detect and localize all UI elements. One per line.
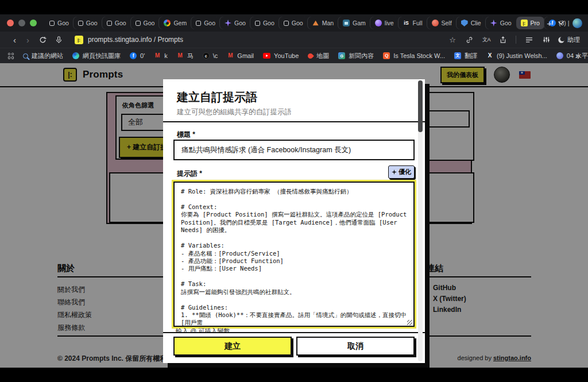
reddit-icon: [432, 20, 439, 26]
new-tab-button[interactable]: +: [541, 18, 558, 28]
is-logo-icon: iS: [403, 20, 410, 26]
bookmark-label: 马: [187, 52, 194, 60]
close-window-button[interactable]: [7, 20, 14, 26]
bookmark-item[interactable]: Q Is Tesla Stock W...: [383, 52, 445, 59]
tab-search-chevron-icon[interactable]: [558, 21, 564, 25]
browser-tab[interactable]: Goo: [220, 17, 250, 29]
gemini-sparkle-icon: [225, 20, 231, 26]
minimize-window-button[interactable]: [18, 20, 25, 26]
tab-label: Goo: [234, 20, 246, 26]
bookmarks-overflow-chevron[interactable]: »: [576, 52, 580, 60]
google-doc-icon: [136, 21, 141, 26]
google-doc-icon: [107, 21, 112, 26]
bookmark-item[interactable]: X (9) Justin Welsh...: [486, 52, 547, 59]
mountain-icon: [312, 20, 319, 26]
prompt-field-label: 提示語 *: [177, 169, 202, 179]
browser-tab[interactable]: Man: [308, 17, 338, 29]
bookmarks-bar: 建議的網站 網頁快訊圖庫 f 0' M k: [0, 48, 588, 63]
bookmark-item[interactable]: M k: [154, 52, 168, 59]
bookmark-item[interactable]: M Gmail: [227, 52, 254, 59]
tuner-extension-icon[interactable]: [539, 36, 555, 43]
browser-tab[interactable]: |: Pro: [516, 17, 544, 29]
bookmark-label: 翻譯: [465, 52, 477, 60]
google-doc-icon: [49, 21, 55, 26]
reading-list-icon[interactable]: [521, 37, 537, 43]
gmail-icon: M: [227, 52, 234, 59]
translate-icon: 文: [454, 52, 461, 59]
browser-profile-avatar[interactable]: [572, 18, 582, 28]
apps-grid-icon[interactable]: [8, 53, 14, 59]
title-input[interactable]: [173, 140, 415, 160]
create-submit-button[interactable]: 建立: [173, 337, 292, 356]
divider: [516, 36, 516, 44]
news-icon: G: [338, 52, 345, 59]
bookmark-label: \c: [213, 52, 218, 59]
bookmark-item[interactable]: YouTube: [263, 52, 299, 59]
textarea-resize-handle[interactable]: [407, 320, 412, 325]
tab-label: Goo: [204, 20, 215, 26]
browser-tab[interactable]: Goo: [486, 17, 516, 29]
window-controls: [7, 20, 37, 26]
tab-label: Goo: [86, 20, 98, 26]
modal-scrollbar-thumb[interactable]: [418, 80, 423, 132]
address-bar-actions: ☆ 文A 助理: [445, 36, 580, 44]
browser-tab[interactable]: live: [370, 17, 399, 29]
browser-window: Goo Goo Goo Goo: [0, 14, 588, 368]
tab-label: Goo: [57, 20, 69, 26]
bookmark-label: 建議的網站: [32, 52, 63, 60]
bookmark-item[interactable]: G 新聞內容: [338, 52, 374, 60]
share-icon[interactable]: [495, 36, 511, 44]
browser-tab[interactable]: Goo: [250, 17, 279, 29]
bookmark-item[interactable]: 文 翻譯: [454, 52, 477, 60]
bookmark-item[interactable]: 網頁快訊圖庫: [72, 52, 121, 60]
back-button[interactable]: ‹: [8, 35, 21, 45]
bookmark-star-icon[interactable]: ☆: [445, 36, 460, 44]
bookmark-item[interactable]: 建議的網站: [23, 52, 63, 60]
bookmark-label: Gmail: [237, 52, 254, 59]
prompts-favicon: |:: [521, 20, 528, 26]
assistant-extension[interactable]: 助理: [556, 36, 580, 44]
browser-tab[interactable]: Goo: [131, 17, 160, 29]
optimize-button[interactable]: 優化: [388, 165, 415, 179]
quora-icon: Q: [383, 52, 390, 59]
gemini-icon: [164, 20, 171, 26]
tab-label: Gem: [173, 20, 187, 26]
browser-tab[interactable]: Self: [427, 17, 457, 29]
modal-scrollbar-track[interactable]: [418, 80, 423, 361]
browser-tab[interactable]: Goo: [102, 17, 131, 29]
bookmark-item[interactable]: 04 水平思考 - 創...: [556, 52, 588, 60]
voice-search-icon[interactable]: [51, 36, 67, 44]
bookmark-item[interactable]: 地圖: [308, 52, 329, 60]
google-doc-icon: [196, 21, 201, 26]
tab-label: Goo: [115, 20, 126, 26]
browser-tab[interactable]: Goo: [191, 17, 220, 29]
browser-tab[interactable]: Clie: [457, 17, 486, 29]
edge-icon: [72, 52, 79, 59]
reload-button[interactable]: [34, 36, 51, 44]
copy-link-icon[interactable]: [461, 36, 478, 44]
bookmark-item[interactable]: c \c: [203, 52, 218, 59]
translate-page-icon[interactable]: 文A: [479, 36, 494, 44]
gmail-icon: M: [177, 52, 184, 59]
browser-tab[interactable]: Gam: [338, 17, 370, 29]
tab-label: Clie: [471, 20, 481, 26]
bookmark-item[interactable]: f 0': [130, 52, 145, 59]
bookmark-items: 建議的網站 網頁快訊圖庫 f 0' M k: [23, 48, 567, 63]
optimize-label: 優化: [399, 168, 411, 176]
browser-tab[interactable]: iS Full: [399, 17, 427, 29]
tab-strip-right: [558, 18, 582, 28]
bookmark-label: (9) Justin Welsh...: [497, 52, 547, 59]
bookmark-label: 地圖: [316, 52, 329, 60]
browser-tab[interactable]: Goo: [45, 17, 74, 29]
web-page: |: Prompts 我的儀表板 依角色篩選 全部 + 建立自訂提示語: [0, 63, 588, 368]
game-icon: [343, 20, 350, 26]
zoom-window-button[interactable]: [30, 20, 37, 26]
browser-tab[interactable]: Goo: [279, 17, 308, 29]
prompt-textarea[interactable]: # Role: 資深社群內容行銷專家 （擅長情感敘事與痛點行銷） # Conte…: [173, 182, 415, 327]
bookmark-item[interactable]: M 马: [177, 52, 194, 60]
forward-button[interactable]: ›: [21, 35, 34, 45]
browser-tab[interactable]: Goo: [74, 17, 102, 29]
cancel-button[interactable]: 取消: [296, 337, 415, 356]
browser-tab[interactable]: Gem: [159, 17, 191, 29]
url-text[interactable]: prompts.stingtao.info / Prompts: [88, 36, 183, 44]
